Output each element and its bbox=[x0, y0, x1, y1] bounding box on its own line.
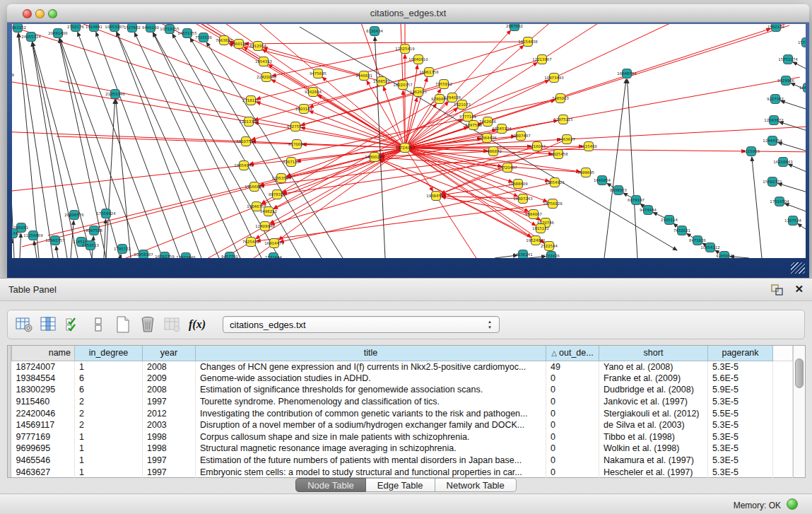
graph-node[interactable]: 8130434 bbox=[366, 27, 384, 36]
graph-node[interactable]: 2935114 bbox=[661, 216, 678, 225]
graph-node[interactable]: 9699695 bbox=[577, 168, 594, 177]
graph-node[interactable]: 19654943 bbox=[234, 161, 253, 170]
graph-node[interactable]: 14136141 bbox=[513, 250, 532, 259]
table-cell[interactable]: Disruption of a novel member of a sodium… bbox=[196, 419, 546, 431]
table-cell[interactable]: Genome-wide association studies in ADHD. bbox=[196, 373, 546, 385]
table-cell[interactable]: Dudbridge et al. (2008) bbox=[599, 384, 708, 396]
graph-node[interactable]: 1733426 bbox=[543, 252, 560, 259]
scrollbar-thumb[interactable] bbox=[795, 358, 804, 388]
table-cell[interactable]: 14569117 bbox=[12, 419, 75, 431]
graph-node[interactable]: 9227342 bbox=[767, 95, 784, 104]
table-cell[interactable]: 0 bbox=[546, 396, 599, 408]
table-cell[interactable]: Tibbo et al. (1998) bbox=[599, 431, 708, 443]
column-header-out_de...[interactable]: △out_de... bbox=[546, 346, 599, 361]
column-header-short[interactable]: short bbox=[599, 346, 708, 361]
select-column-icon[interactable] bbox=[40, 315, 58, 334]
table-cell[interactable]: 1997 bbox=[143, 396, 196, 408]
table-cell[interactable]: 0 bbox=[546, 431, 599, 443]
table-cell[interactable]: 2 bbox=[75, 396, 143, 408]
table-cell[interactable]: Changes of HCN gene expression and I(f) … bbox=[196, 361, 546, 373]
table-cell[interactable]: 2008 bbox=[143, 361, 196, 373]
memory-status-icon[interactable] bbox=[787, 498, 798, 510]
table-cell[interactable]: 1998 bbox=[143, 431, 196, 443]
table-cell[interactable]: Investigating the contribution of common… bbox=[196, 407, 546, 419]
graph-node[interactable]: 16782759 bbox=[155, 252, 175, 259]
table-cell[interactable] bbox=[773, 407, 793, 419]
new-table-icon[interactable] bbox=[114, 315, 132, 334]
table-cell[interactable]: 5.3E-5 bbox=[708, 361, 773, 373]
graph-node[interactable]: 10654112 bbox=[700, 243, 719, 252]
column-header-year[interactable]: year bbox=[143, 346, 196, 361]
graph-node[interactable]: 18640910 bbox=[408, 55, 428, 64]
graph-node[interactable]: 17016504 bbox=[770, 197, 789, 206]
graph-node[interactable]: 15751074 bbox=[778, 55, 798, 64]
graph-node[interactable]: 12409948 bbox=[255, 222, 275, 231]
vertical-scrollbar[interactable] bbox=[793, 346, 805, 477]
graph-node[interactable]: 1572244 bbox=[798, 38, 806, 47]
graph-node[interactable]: 8912954 bbox=[249, 42, 267, 51]
graph-node[interactable]: 12325419 bbox=[395, 45, 415, 54]
graph-node[interactable]: 9446821 bbox=[355, 71, 372, 81]
table-cell[interactable]: Wolkin et al. (1998) bbox=[599, 443, 708, 455]
table-cell[interactable]: Estimation of the future numbers of pati… bbox=[196, 455, 546, 467]
table-cell[interactable] bbox=[773, 396, 793, 408]
table-cell[interactable]: 19384554 bbox=[12, 373, 75, 385]
graph-node[interactable]: 1588520 bbox=[373, 77, 391, 86]
graph-node[interactable]: 2053109 bbox=[12, 71, 15, 80]
table-cell[interactable]: 2009 bbox=[143, 373, 196, 385]
graph-node[interactable]: 9660128 bbox=[230, 40, 248, 49]
graph-node[interactable]: 9457791 bbox=[221, 252, 238, 259]
table-cell[interactable]: 1 bbox=[75, 443, 143, 455]
table-cell[interactable]: 0 bbox=[546, 407, 599, 419]
graph-node[interactable]: 18220357 bbox=[393, 81, 412, 90]
table-cell[interactable]: 9777169 bbox=[12, 431, 75, 443]
graph-node[interactable]: 14671355 bbox=[177, 29, 196, 38]
graph-node[interactable]: 8267110 bbox=[283, 158, 300, 167]
graph-node[interactable]: 7986872 bbox=[485, 147, 502, 156]
table-cell[interactable]: Jankovic et al. (1997) bbox=[599, 396, 708, 408]
graph-node[interactable]: 1642638 bbox=[799, 83, 806, 93]
table-cell[interactable]: 2003 bbox=[143, 419, 196, 431]
column-header-pagerank[interactable]: pagerank bbox=[708, 346, 773, 361]
graph-node[interactable]: 12093872 bbox=[764, 116, 783, 125]
graph-node[interactable]: 2887682 bbox=[506, 24, 523, 31]
table-cell[interactable] bbox=[773, 455, 793, 467]
graph-node[interactable]: 7955812 bbox=[435, 80, 452, 89]
table-cell[interactable]: 0 bbox=[546, 466, 599, 478]
table-cell[interactable]: Estimation of significance thresholds fo… bbox=[196, 384, 546, 396]
graph-node[interactable]: 12975115 bbox=[553, 115, 572, 124]
table-cell[interactable]: 18724007 bbox=[12, 361, 75, 373]
table-cell[interactable]: 22420046 bbox=[12, 407, 75, 419]
column-header-in_degree[interactable]: in_degree bbox=[75, 346, 143, 361]
table-selector-dropdown[interactable]: citations_edges.txt ▲▼ bbox=[223, 316, 500, 333]
table-cell[interactable]: Franke et al. (2009) bbox=[599, 373, 708, 385]
table-cell[interactable]: Stergiakouli et al. (2012) bbox=[599, 407, 708, 419]
graph-node[interactable]: 9475685 bbox=[310, 69, 326, 78]
table-cell[interactable]: 5.3E-5 bbox=[708, 466, 773, 478]
table-cell[interactable] bbox=[773, 443, 793, 455]
table-cell[interactable]: 9699695 bbox=[12, 443, 75, 455]
tab-node-table[interactable]: Node Table bbox=[295, 478, 366, 492]
table-cell[interactable]: Structural magnetic resonance image aver… bbox=[196, 443, 546, 455]
graph-node[interactable]: 10653287 bbox=[105, 24, 124, 32]
table-cell[interactable]: Yano et al. (2008) bbox=[599, 361, 708, 373]
table-cell[interactable]: 5.5E-5 bbox=[708, 407, 773, 419]
table-cell[interactable] bbox=[773, 384, 793, 396]
graph-node[interactable]: 18107534 bbox=[236, 137, 256, 146]
table-cell[interactable]: 5.3E-5 bbox=[708, 455, 773, 467]
graph-node[interactable]: 15720407 bbox=[498, 163, 517, 173]
graph-node[interactable]: 20206576 bbox=[64, 211, 84, 220]
table-cell[interactable]: 1 bbox=[75, 431, 143, 443]
delete-table-icon[interactable] bbox=[139, 315, 157, 334]
table-cell[interactable] bbox=[773, 361, 793, 373]
select-all-icon[interactable] bbox=[64, 315, 83, 334]
table-cell[interactable]: 6 bbox=[75, 384, 143, 396]
graph-node[interactable]: 16648784 bbox=[617, 69, 637, 78]
column-header-name[interactable]: name bbox=[12, 346, 75, 361]
graph-node[interactable]: 20691406 bbox=[48, 29, 68, 38]
table-cell[interactable]: 9115460 bbox=[12, 396, 75, 408]
table-cell[interactable]: 9463627 bbox=[12, 466, 75, 478]
graph-node[interactable]: 7632621 bbox=[673, 226, 690, 235]
graph-node[interactable]: 1582134 bbox=[767, 24, 785, 32]
graph-node[interactable]: 12923446 bbox=[176, 253, 196, 259]
